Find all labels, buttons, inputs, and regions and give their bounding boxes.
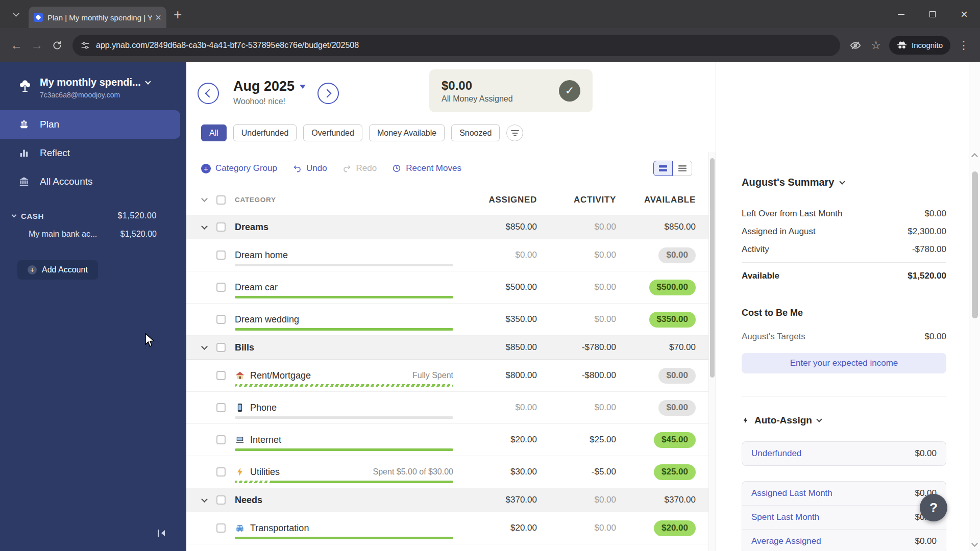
category-checkbox[interactable]	[216, 435, 226, 444]
category-checkbox[interactable]	[216, 283, 226, 292]
underfunded-row[interactable]: Underfunded $0.00	[742, 442, 946, 465]
view-list-button[interactable]	[673, 161, 692, 176]
new-tab-button[interactable]: +	[174, 8, 182, 22]
available-pill[interactable]: $0.00	[658, 368, 696, 384]
category-row-phone[interactable]: Phone$0.00$0.00$0.00	[186, 392, 708, 424]
browser-forward-button[interactable]: →	[27, 35, 47, 56]
browser-back-button[interactable]: ←	[6, 35, 27, 56]
view-compact-button[interactable]	[653, 161, 673, 176]
budget-switcher[interactable]: My monthly spendi... 7c3ac6a8@moodjoy.co…	[0, 62, 186, 99]
browser-menu-button[interactable]: ⋮	[953, 35, 974, 56]
underfunded-box[interactable]: Underfunded $0.00	[742, 441, 946, 466]
available-pill[interactable]: $350.00	[649, 312, 696, 328]
auto-assign-row-spent-last-month[interactable]: Spent Last Month$0.00	[742, 505, 946, 529]
group-collapse-chevron[interactable]	[201, 343, 208, 350]
available-pill[interactable]: $0.00	[658, 400, 696, 416]
category-checkbox[interactable]	[216, 523, 226, 533]
category-assigned[interactable]: $30.00	[460, 467, 537, 477]
category-assigned[interactable]: $20.00	[460, 523, 537, 533]
category-assigned[interactable]: $500.00	[460, 282, 537, 292]
category-assigned[interactable]: $20.00	[460, 435, 537, 445]
sidebar-item-plan[interactable]: Plan	[0, 110, 180, 139]
collapse-sidebar-button[interactable]	[154, 527, 170, 540]
add-category-group-button[interactable]: + Category Group	[201, 163, 277, 173]
auto-assign-row-average-assigned[interactable]: Average Assigned$0.00	[742, 529, 946, 551]
available-pill[interactable]: $20.00	[654, 520, 696, 536]
filter-chip-money-available[interactable]: Money Available	[369, 124, 445, 141]
category-row-dream-wedding[interactable]: Dream wedding$350.00$0.00$350.00	[186, 304, 708, 336]
category-assigned[interactable]: $350.00	[460, 314, 537, 324]
next-month-button[interactable]	[317, 83, 339, 104]
available-pill[interactable]: $0.00	[658, 247, 696, 263]
category-checkbox[interactable]	[216, 467, 226, 477]
category-checkbox[interactable]	[216, 251, 226, 260]
category-checkbox[interactable]	[216, 315, 226, 324]
help-button[interactable]: ?	[920, 494, 947, 521]
category-checkbox[interactable]	[216, 371, 226, 380]
category-row-rent-mortgage[interactable]: Rent/MortgageFully Spent$800.00-$800.00$…	[186, 360, 708, 392]
group-row-dreams[interactable]: Dreams$850.00$0.00$850.00	[186, 215, 708, 239]
category-row-utilities[interactable]: UtilitiesSpent $5.00 of $30.00$30.00-$5.…	[186, 456, 708, 488]
account-group-cash[interactable]: CASH $1,520.00	[12, 211, 157, 220]
filter-chip-underfunded[interactable]: Underfunded	[233, 124, 297, 141]
collapse-all-chevron[interactable]	[201, 195, 208, 202]
category-checkbox[interactable]	[216, 403, 226, 412]
budget-toolbar: + Category Group Undo Redo Recent Moves	[186, 152, 708, 185]
filter-chip-overfunded[interactable]: Overfunded	[303, 124, 362, 141]
window-maximize-button[interactable]	[917, 0, 948, 28]
browser-tab[interactable]: Plan | My monthly spending | Y ×	[29, 7, 166, 28]
add-account-button[interactable]: + Add Account	[17, 260, 98, 280]
category-activity: $0.00	[537, 523, 616, 533]
group-collapse-chevron[interactable]	[201, 496, 208, 503]
scroll-down-arrow[interactable]	[971, 540, 978, 547]
category-row-dream-car[interactable]: Dream car$500.00$0.00$500.00	[186, 271, 708, 304]
budget-list-scrollbar[interactable]	[708, 152, 716, 551]
redo-button[interactable]: Redo	[342, 163, 377, 173]
url-bar[interactable]: app.ynab.com/2849d6a8-ca3b-4a41-bf7c-537…	[72, 35, 840, 56]
available-pill[interactable]: $25.00	[654, 464, 696, 480]
group-checkbox[interactable]	[216, 495, 226, 505]
auto-assign-title: Auto-Assign	[754, 415, 812, 426]
auto-assign-row-assigned-last-month[interactable]: Assigned Last Month$0.00	[742, 482, 946, 505]
tab-search-button[interactable]	[7, 6, 24, 23]
group-row-bills[interactable]: Bills$850.00-$780.00$70.00	[186, 336, 708, 360]
account-row-my-main-bank-ac[interactable]: My main bank ac...$1,520.00	[29, 230, 157, 239]
sidebar-item-reflect[interactable]: Reflect	[0, 139, 180, 167]
select-all-checkbox[interactable]	[216, 195, 226, 205]
group-checkbox[interactable]	[216, 222, 226, 232]
category-assigned[interactable]: $0.00	[460, 403, 537, 413]
browser-refresh-button[interactable]	[47, 35, 67, 56]
category-assigned[interactable]: $0.00	[460, 250, 537, 260]
tracking-protection-button[interactable]	[845, 35, 866, 56]
undo-button[interactable]: Undo	[292, 163, 327, 173]
bookmark-star-button[interactable]: ☆	[866, 35, 886, 56]
add-category-group-label: Category Group	[215, 163, 277, 173]
month-selector[interactable]: Aug 2025	[233, 79, 306, 94]
group-collapse-chevron[interactable]	[201, 223, 208, 230]
enter-expected-income-button[interactable]: Enter your expected income	[742, 353, 946, 373]
available-pill[interactable]: $45.00	[654, 432, 696, 448]
group-row-needs[interactable]: Needs$370.00$0.00$370.00	[186, 488, 708, 512]
category-row-internet[interactable]: Internet$20.00$25.00$45.00	[186, 424, 708, 456]
page-scrollbar[interactable]	[969, 62, 980, 551]
scrollbar-thumb[interactable]	[972, 171, 978, 318]
category-row-dream-home[interactable]: Dream home$0.00$0.00$0.00	[186, 239, 708, 271]
scroll-up-arrow[interactable]	[971, 153, 978, 160]
tab-close-icon[interactable]: ×	[155, 12, 161, 22]
summary-header[interactable]: August's Summary	[742, 177, 946, 188]
filter-chip-all[interactable]: All	[201, 124, 227, 141]
recent-moves-button[interactable]: Recent Moves	[392, 163, 461, 173]
all-money-assigned-banner[interactable]: $0.00 All Money Assigned ✓	[429, 69, 593, 112]
filter-options-button[interactable]	[506, 124, 523, 141]
window-close-button[interactable]: ×	[948, 0, 980, 28]
previous-month-button[interactable]	[198, 83, 219, 104]
category-assigned[interactable]: $800.00	[460, 370, 537, 381]
auto-assign-header[interactable]: Auto-Assign	[742, 415, 946, 426]
available-pill[interactable]: $500.00	[649, 280, 696, 295]
filter-chip-snoozed[interactable]: Snoozed	[451, 124, 500, 141]
window-minimize-button[interactable]	[885, 0, 917, 28]
sidebar-item-all-accounts[interactable]: All Accounts	[0, 167, 180, 196]
category-row-transportation[interactable]: Transportation$20.00$0.00$20.00	[186, 512, 708, 544]
group-checkbox[interactable]	[216, 343, 226, 352]
scrollbar-thumb[interactable]	[710, 158, 715, 378]
